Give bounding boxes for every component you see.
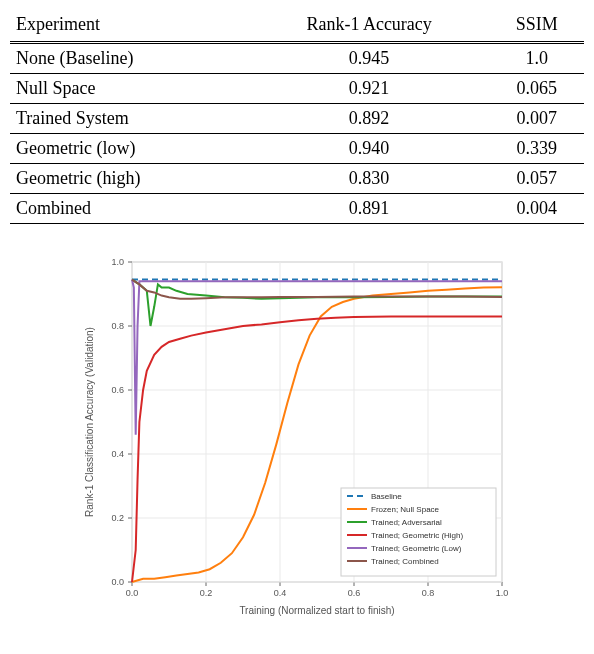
col-experiment: Experiment bbox=[10, 10, 249, 43]
col-rank1: Rank-1 Accuracy bbox=[249, 10, 490, 43]
svg-text:Trained; Combined: Trained; Combined bbox=[371, 557, 439, 566]
svg-text:Trained; Geometric (Low): Trained; Geometric (Low) bbox=[371, 544, 462, 553]
svg-text:Trained; Adversarial: Trained; Adversarial bbox=[371, 518, 442, 527]
cell-experiment: Trained System bbox=[10, 104, 249, 134]
svg-text:0.4: 0.4 bbox=[274, 588, 287, 598]
svg-text:Frozen; Null Space: Frozen; Null Space bbox=[371, 505, 440, 514]
svg-text:0.0: 0.0 bbox=[111, 577, 124, 587]
results-table: Experiment Rank-1 Accuracy SSIM None (Ba… bbox=[10, 10, 584, 224]
svg-text:1.0: 1.0 bbox=[496, 588, 509, 598]
svg-text:0.6: 0.6 bbox=[111, 385, 124, 395]
col-ssim: SSIM bbox=[489, 10, 584, 43]
table-row: Combined0.8910.004 bbox=[10, 194, 584, 224]
svg-text:Baseline: Baseline bbox=[371, 492, 402, 501]
cell-rank1: 0.921 bbox=[249, 74, 490, 104]
cell-ssim: 0.007 bbox=[489, 104, 584, 134]
svg-text:Training (Normalized start to : Training (Normalized start to finish) bbox=[239, 605, 394, 616]
table-row: Geometric (low)0.9400.339 bbox=[10, 134, 584, 164]
cell-experiment: Combined bbox=[10, 194, 249, 224]
svg-text:0.6: 0.6 bbox=[348, 588, 361, 598]
svg-text:0.0: 0.0 bbox=[126, 588, 139, 598]
svg-text:1.0: 1.0 bbox=[111, 257, 124, 267]
cell-experiment: Geometric (low) bbox=[10, 134, 249, 164]
cell-ssim: 0.004 bbox=[489, 194, 584, 224]
cell-rank1: 0.892 bbox=[249, 104, 490, 134]
cell-rank1: 0.945 bbox=[249, 43, 490, 74]
svg-text:Rank-1 Classification Accuracy: Rank-1 Classification Accuracy (Validati… bbox=[84, 327, 95, 517]
svg-text:0.2: 0.2 bbox=[111, 513, 124, 523]
cell-ssim: 0.339 bbox=[489, 134, 584, 164]
svg-text:0.2: 0.2 bbox=[200, 588, 213, 598]
svg-text:0.4: 0.4 bbox=[111, 449, 124, 459]
cell-rank1: 0.830 bbox=[249, 164, 490, 194]
svg-text:0.8: 0.8 bbox=[111, 321, 124, 331]
table-row: Trained System0.8920.007 bbox=[10, 104, 584, 134]
svg-text:0.8: 0.8 bbox=[422, 588, 435, 598]
cell-ssim: 0.065 bbox=[489, 74, 584, 104]
cell-experiment: None (Baseline) bbox=[10, 43, 249, 74]
cell-experiment: Null Space bbox=[10, 74, 249, 104]
table-row: None (Baseline)0.9451.0 bbox=[10, 43, 584, 74]
table-row: Geometric (high)0.8300.057 bbox=[10, 164, 584, 194]
training-chart: 0.00.20.40.60.81.00.00.20.40.60.81.0Trai… bbox=[77, 252, 517, 622]
cell-rank1: 0.940 bbox=[249, 134, 490, 164]
cell-ssim: 1.0 bbox=[489, 43, 584, 74]
cell-rank1: 0.891 bbox=[249, 194, 490, 224]
table-row: Null Space0.9210.065 bbox=[10, 74, 584, 104]
cell-experiment: Geometric (high) bbox=[10, 164, 249, 194]
cell-ssim: 0.057 bbox=[489, 164, 584, 194]
svg-text:Trained; Geometric (High): Trained; Geometric (High) bbox=[371, 531, 464, 540]
